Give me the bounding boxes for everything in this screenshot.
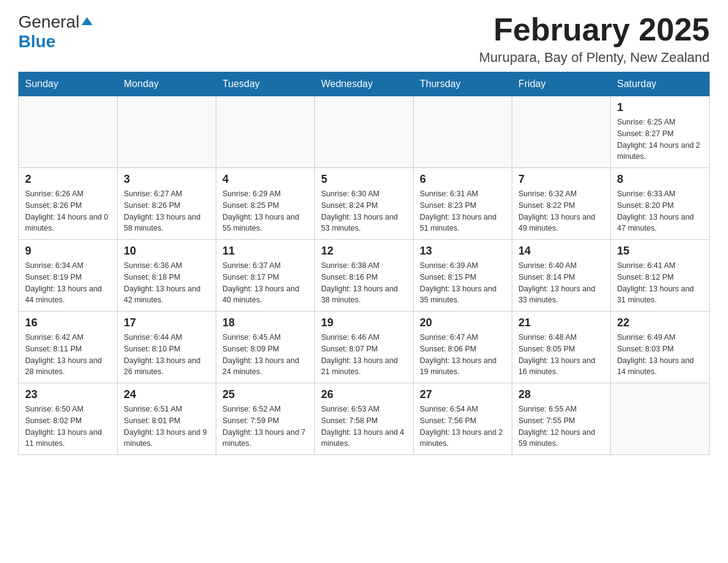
header-friday: Friday xyxy=(512,72,611,96)
table-row: 17Sunrise: 6:44 AM Sunset: 8:10 PM Dayli… xyxy=(118,312,216,383)
table-row: 14Sunrise: 6:40 AM Sunset: 8:14 PM Dayli… xyxy=(512,240,611,312)
day-info: Sunrise: 6:42 AM Sunset: 8:11 PM Dayligh… xyxy=(25,332,111,378)
table-row: 20Sunrise: 6:47 AM Sunset: 8:06 PM Dayli… xyxy=(414,312,512,383)
table-row: 2Sunrise: 6:26 AM Sunset: 8:26 PM Daylig… xyxy=(19,168,118,240)
table-row: 9Sunrise: 6:34 AM Sunset: 8:19 PM Daylig… xyxy=(19,240,118,312)
day-number: 25 xyxy=(222,388,308,401)
calendar-week-row: 2Sunrise: 6:26 AM Sunset: 8:26 PM Daylig… xyxy=(19,168,710,240)
logo-triangle-icon xyxy=(82,17,93,25)
day-number: 12 xyxy=(321,245,407,258)
table-row: 6Sunrise: 6:31 AM Sunset: 8:23 PM Daylig… xyxy=(414,168,512,240)
day-number: 23 xyxy=(25,388,111,401)
day-number: 4 xyxy=(222,173,308,186)
table-row xyxy=(512,96,611,168)
table-row: 10Sunrise: 6:36 AM Sunset: 8:18 PM Dayli… xyxy=(118,240,216,312)
day-info: Sunrise: 6:39 AM Sunset: 8:15 PM Dayligh… xyxy=(420,260,506,306)
day-info: Sunrise: 6:48 AM Sunset: 8:05 PM Dayligh… xyxy=(518,332,604,378)
table-row: 21Sunrise: 6:48 AM Sunset: 8:05 PM Dayli… xyxy=(512,312,611,383)
day-number: 7 xyxy=(518,173,604,186)
table-row xyxy=(19,96,118,168)
day-info: Sunrise: 6:52 AM Sunset: 7:59 PM Dayligh… xyxy=(222,404,308,450)
calendar-week-row: 9Sunrise: 6:34 AM Sunset: 8:19 PM Daylig… xyxy=(19,240,710,312)
day-number: 6 xyxy=(420,173,506,186)
header-monday: Monday xyxy=(118,72,216,96)
day-number: 21 xyxy=(518,316,604,329)
table-row: 16Sunrise: 6:42 AM Sunset: 8:11 PM Dayli… xyxy=(19,312,118,383)
day-info: Sunrise: 6:37 AM Sunset: 8:17 PM Dayligh… xyxy=(222,260,308,306)
table-row: 27Sunrise: 6:54 AM Sunset: 7:56 PM Dayli… xyxy=(414,383,512,455)
header-thursday: Thursday xyxy=(414,72,512,96)
day-info: Sunrise: 6:26 AM Sunset: 8:26 PM Dayligh… xyxy=(25,188,111,234)
table-row: 1Sunrise: 6:25 AM Sunset: 8:27 PM Daylig… xyxy=(611,96,710,168)
day-info: Sunrise: 6:27 AM Sunset: 8:26 PM Dayligh… xyxy=(124,188,210,234)
table-row: 19Sunrise: 6:46 AM Sunset: 8:07 PM Dayli… xyxy=(315,312,414,383)
day-info: Sunrise: 6:54 AM Sunset: 7:56 PM Dayligh… xyxy=(420,404,506,450)
table-row: 25Sunrise: 6:52 AM Sunset: 7:59 PM Dayli… xyxy=(216,383,315,455)
day-number: 20 xyxy=(420,316,506,329)
day-number: 8 xyxy=(617,173,703,186)
logo: General Blue xyxy=(18,12,93,52)
table-row: 8Sunrise: 6:33 AM Sunset: 8:20 PM Daylig… xyxy=(611,168,710,240)
table-row: 3Sunrise: 6:27 AM Sunset: 8:26 PM Daylig… xyxy=(118,168,216,240)
table-row: 7Sunrise: 6:32 AM Sunset: 8:22 PM Daylig… xyxy=(512,168,611,240)
day-info: Sunrise: 6:31 AM Sunset: 8:23 PM Dayligh… xyxy=(420,188,506,234)
day-info: Sunrise: 6:50 AM Sunset: 8:02 PM Dayligh… xyxy=(25,404,111,450)
month-title: February 2025 xyxy=(479,12,710,47)
header-tuesday: Tuesday xyxy=(216,72,315,96)
table-row: 4Sunrise: 6:29 AM Sunset: 8:25 PM Daylig… xyxy=(216,168,315,240)
day-number: 22 xyxy=(617,316,703,329)
day-info: Sunrise: 6:40 AM Sunset: 8:14 PM Dayligh… xyxy=(518,260,604,306)
table-row: 5Sunrise: 6:30 AM Sunset: 8:24 PM Daylig… xyxy=(315,168,414,240)
day-number: 27 xyxy=(420,388,506,401)
header-sunday: Sunday xyxy=(19,72,118,96)
table-row: 23Sunrise: 6:50 AM Sunset: 8:02 PM Dayli… xyxy=(19,383,118,455)
day-info: Sunrise: 6:33 AM Sunset: 8:20 PM Dayligh… xyxy=(617,188,703,234)
header-wednesday: Wednesday xyxy=(315,72,414,96)
day-number: 10 xyxy=(124,245,210,258)
day-number: 15 xyxy=(617,245,703,258)
table-row xyxy=(315,96,414,168)
day-info: Sunrise: 6:36 AM Sunset: 8:18 PM Dayligh… xyxy=(124,260,210,306)
day-number: 11 xyxy=(222,245,308,258)
day-number: 13 xyxy=(420,245,506,258)
table-row xyxy=(611,383,710,455)
day-info: Sunrise: 6:29 AM Sunset: 8:25 PM Dayligh… xyxy=(222,188,308,234)
calendar-table: Sunday Monday Tuesday Wednesday Thursday… xyxy=(18,72,710,455)
day-number: 24 xyxy=(124,388,210,401)
day-info: Sunrise: 6:44 AM Sunset: 8:10 PM Dayligh… xyxy=(124,332,210,378)
table-row: 13Sunrise: 6:39 AM Sunset: 8:15 PM Dayli… xyxy=(414,240,512,312)
page-header: General Blue February 2025 Murupara, Bay… xyxy=(18,12,710,66)
logo-blue-text: Blue xyxy=(18,32,56,51)
header-saturday: Saturday xyxy=(611,72,710,96)
day-number: 18 xyxy=(222,316,308,329)
day-info: Sunrise: 6:32 AM Sunset: 8:22 PM Dayligh… xyxy=(518,188,604,234)
day-info: Sunrise: 6:49 AM Sunset: 8:03 PM Dayligh… xyxy=(617,332,703,378)
day-number: 9 xyxy=(25,245,111,258)
day-info: Sunrise: 6:25 AM Sunset: 8:27 PM Dayligh… xyxy=(617,117,703,163)
day-info: Sunrise: 6:38 AM Sunset: 8:16 PM Dayligh… xyxy=(321,260,407,306)
day-number: 2 xyxy=(25,173,111,186)
calendar-week-row: 1Sunrise: 6:25 AM Sunset: 8:27 PM Daylig… xyxy=(19,96,710,168)
day-info: Sunrise: 6:51 AM Sunset: 8:01 PM Dayligh… xyxy=(124,404,210,450)
calendar-header-row: Sunday Monday Tuesday Wednesday Thursday… xyxy=(19,72,710,96)
day-number: 3 xyxy=(124,173,210,186)
day-info: Sunrise: 6:46 AM Sunset: 8:07 PM Dayligh… xyxy=(321,332,407,378)
table-row xyxy=(414,96,512,168)
day-number: 28 xyxy=(518,388,604,401)
title-area: February 2025 Murupara, Bay of Plenty, N… xyxy=(479,12,710,66)
table-row: 15Sunrise: 6:41 AM Sunset: 8:12 PM Dayli… xyxy=(611,240,710,312)
logo-general-text: General xyxy=(18,12,80,32)
table-row: 18Sunrise: 6:45 AM Sunset: 8:09 PM Dayli… xyxy=(216,312,315,383)
day-info: Sunrise: 6:53 AM Sunset: 7:58 PM Dayligh… xyxy=(321,404,407,450)
day-info: Sunrise: 6:34 AM Sunset: 8:19 PM Dayligh… xyxy=(25,260,111,306)
table-row: 26Sunrise: 6:53 AM Sunset: 7:58 PM Dayli… xyxy=(315,383,414,455)
day-number: 26 xyxy=(321,388,407,401)
day-number: 14 xyxy=(518,245,604,258)
location-title: Murupara, Bay of Plenty, New Zealand xyxy=(479,50,710,66)
day-info: Sunrise: 6:41 AM Sunset: 8:12 PM Dayligh… xyxy=(617,260,703,306)
calendar-week-row: 23Sunrise: 6:50 AM Sunset: 8:02 PM Dayli… xyxy=(19,383,710,455)
table-row: 22Sunrise: 6:49 AM Sunset: 8:03 PM Dayli… xyxy=(611,312,710,383)
day-number: 16 xyxy=(25,316,111,329)
table-row: 12Sunrise: 6:38 AM Sunset: 8:16 PM Dayli… xyxy=(315,240,414,312)
day-number: 1 xyxy=(617,101,703,114)
